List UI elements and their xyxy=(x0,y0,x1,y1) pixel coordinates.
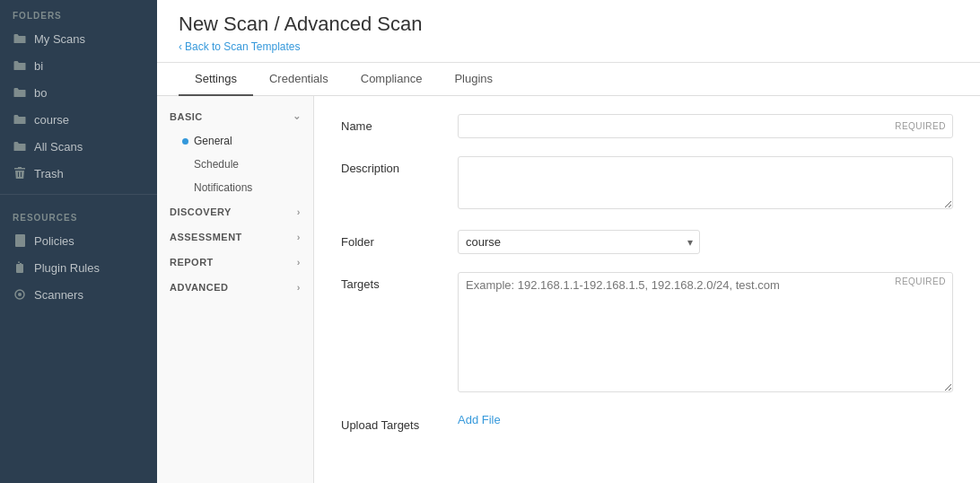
description-input[interactable] xyxy=(458,156,953,209)
back-link[interactable]: ‹ Back to Scan Templates xyxy=(179,40,301,53)
section-advanced[interactable]: ADVANCED › xyxy=(157,275,313,300)
sidebar-item-scanners[interactable]: Scanners xyxy=(0,281,157,308)
sub-item-general[interactable]: General xyxy=(157,129,313,153)
sub-dot-general xyxy=(182,138,188,145)
settings-left-panel: BASIC ⌄ General Schedule Notifications D… xyxy=(157,96,314,483)
page-title: New Scan / Advanced Scan xyxy=(179,13,958,36)
sidebar-item-label-all-scans: All Scans xyxy=(34,140,83,154)
scanners-icon xyxy=(13,287,27,302)
sidebar-item-label-course: course xyxy=(34,113,69,127)
sub-item-general-label: General xyxy=(194,135,232,147)
section-basic[interactable]: BASIC ⌄ xyxy=(157,103,313,129)
targets-input[interactable] xyxy=(458,272,953,392)
sidebar-item-bo[interactable]: bo xyxy=(0,79,157,106)
svg-point-1 xyxy=(18,293,22,296)
description-label: Description xyxy=(341,156,458,175)
sidebar-item-label-my-scans: My Scans xyxy=(34,32,85,46)
targets-row: Targets REQUIRED xyxy=(341,272,953,395)
description-control xyxy=(458,156,953,212)
name-control: REQUIRED xyxy=(458,114,953,138)
upload-targets-control: Add File xyxy=(458,413,953,426)
sidebar-item-label-policies: Policies xyxy=(34,234,74,248)
section-basic-chevron: ⌄ xyxy=(293,110,302,122)
sub-item-notifications-label: Notifications xyxy=(194,181,252,194)
folders-section-label: FOLDERS xyxy=(0,0,157,25)
sidebar-item-label-bo: bo xyxy=(34,86,47,100)
sidebar: FOLDERS My Scans bi bo course All Scans … xyxy=(0,0,157,483)
sidebar-item-plugin-rules[interactable]: Plugin Rules xyxy=(0,254,157,281)
sub-item-schedule[interactable]: Schedule xyxy=(157,153,313,176)
main-content: New Scan / Advanced Scan ‹ Back to Scan … xyxy=(157,0,980,483)
sidebar-item-label-plugin-rules: Plugin Rules xyxy=(34,261,100,275)
section-discovery[interactable]: DISCOVERY › xyxy=(157,199,313,224)
section-report-label: REPORT xyxy=(170,257,214,268)
folder-icon-bo xyxy=(13,85,27,100)
section-assessment-label: ASSESSMENT xyxy=(170,232,242,242)
folder-icon-course xyxy=(13,112,27,127)
sub-item-notifications[interactable]: Notifications xyxy=(157,176,313,199)
section-assessment-chevron: › xyxy=(297,232,301,242)
folder-icon-all-scans xyxy=(13,139,27,154)
section-report-chevron: › xyxy=(297,257,301,268)
section-assessment[interactable]: ASSESSMENT › xyxy=(157,224,313,250)
sidebar-item-label-trash: Trash xyxy=(34,167,64,180)
back-link-label: Back to Scan Templates xyxy=(185,40,301,53)
sub-dot-empty-schedule xyxy=(182,162,188,168)
section-advanced-label: ADVANCED xyxy=(170,282,229,293)
plugin-rules-icon xyxy=(13,260,27,275)
sidebar-item-label-scanners: Scanners xyxy=(34,288,83,302)
folder-select[interactable]: course My Scans bi bo All Scans xyxy=(458,230,700,254)
targets-control: REQUIRED xyxy=(458,272,953,395)
content-area: BASIC ⌄ General Schedule Notifications D… xyxy=(157,96,980,483)
folder-select-wrap: course My Scans bi bo All Scans ▾ xyxy=(458,230,700,254)
section-discovery-chevron: › xyxy=(297,206,301,217)
name-row: Name REQUIRED xyxy=(341,114,953,138)
sidebar-item-trash[interactable]: Trash xyxy=(0,160,157,187)
tab-settings[interactable]: Settings xyxy=(179,63,253,96)
sub-item-schedule-label: Schedule xyxy=(194,158,239,171)
sidebar-item-all-scans[interactable]: All Scans xyxy=(0,133,157,160)
section-discovery-label: DISCOVERY xyxy=(170,206,232,217)
section-report[interactable]: REPORT › xyxy=(157,250,313,275)
targets-label: Targets xyxy=(341,272,458,291)
sidebar-item-policies[interactable]: Policies xyxy=(0,227,157,254)
section-basic-label: BASIC xyxy=(170,111,203,122)
tabs-bar: Settings Credentials Compliance Plugins xyxy=(157,63,980,96)
add-file-link[interactable]: Add File xyxy=(458,413,501,426)
tab-plugins[interactable]: Plugins xyxy=(438,63,509,96)
page-header: New Scan / Advanced Scan ‹ Back to Scan … xyxy=(157,0,980,63)
folder-icon xyxy=(13,31,27,46)
back-chevron-icon: ‹ xyxy=(179,40,182,53)
description-row: Description xyxy=(341,156,953,212)
sub-dot-empty-notifications xyxy=(182,185,188,191)
upload-targets-row: Upload Targets Add File xyxy=(341,413,953,432)
name-input[interactable] xyxy=(458,114,953,138)
folder-control: course My Scans bi bo All Scans ▾ xyxy=(458,230,953,254)
policies-icon xyxy=(13,233,27,248)
resources-section-label: RESOURCES xyxy=(0,202,157,227)
sidebar-divider xyxy=(0,194,157,195)
trash-icon xyxy=(13,166,27,180)
folder-icon-bi xyxy=(13,58,27,73)
folder-row: Folder course My Scans bi bo All Scans ▾ xyxy=(341,230,953,254)
tab-compliance[interactable]: Compliance xyxy=(345,63,439,96)
section-advanced-chevron: › xyxy=(297,282,301,293)
upload-targets-label: Upload Targets xyxy=(341,413,458,432)
form-panel: Name REQUIRED Description Folder xyxy=(314,96,980,483)
folder-label: Folder xyxy=(341,230,458,249)
sidebar-item-label-bi: bi xyxy=(34,59,43,73)
sidebar-item-bi[interactable]: bi xyxy=(0,52,157,79)
sidebar-item-course[interactable]: course xyxy=(0,106,157,133)
sidebar-item-my-scans[interactable]: My Scans xyxy=(0,25,157,52)
name-label: Name xyxy=(341,114,458,133)
tab-credentials[interactable]: Credentials xyxy=(253,63,345,96)
